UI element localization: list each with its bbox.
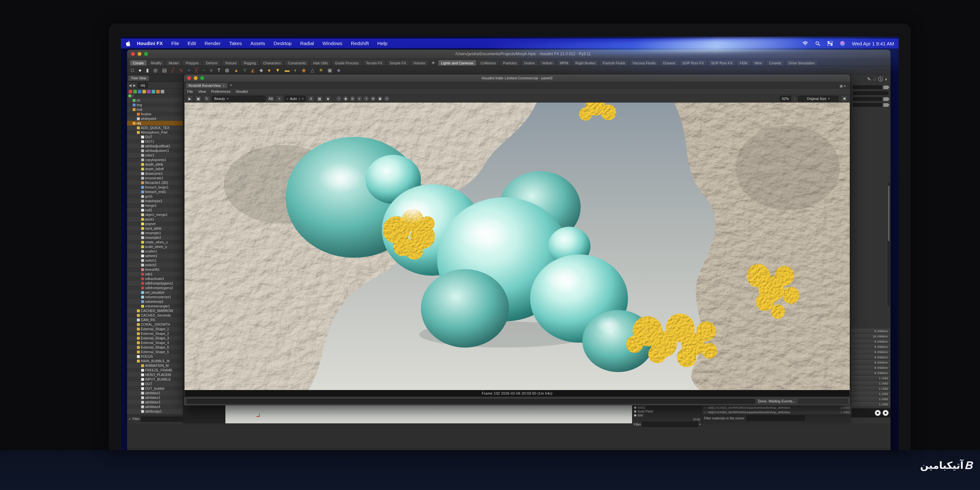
- tree-item[interactable]: INPUT_BUBBLE: [127, 377, 183, 382]
- tree-item[interactable]: CORAL_GROWTH: [127, 322, 183, 327]
- camera-icon[interactable]: [883, 103, 889, 107]
- children-count-row[interactable]: 1 child: [851, 391, 891, 396]
- shelf-tool-icon[interactable]: ▣: [328, 68, 332, 73]
- children-count-row[interactable]: 8 children: [851, 339, 891, 344]
- tree-item[interactable]: vel_visualize: [127, 290, 183, 295]
- tree-item[interactable]: attribblur3: [127, 400, 183, 404]
- tree-item[interactable]: resample2: [127, 235, 183, 240]
- tree-item[interactable]: merge1: [127, 203, 183, 208]
- shelf-tab[interactable]: Wire: [751, 60, 765, 66]
- shelf-tool-icon[interactable]: ▼: [275, 68, 280, 73]
- tree-item[interactable]: scale_when_u: [127, 244, 183, 249]
- shelf-tool-icon[interactable]: T: [217, 68, 220, 73]
- children-count-row[interactable]: 1 child: [851, 386, 891, 391]
- menu-item[interactable]: File: [187, 89, 193, 94]
- shelf-tool-icon[interactable]: ▲: [234, 68, 239, 73]
- shelf-tool-icon[interactable]: ○: [210, 68, 213, 73]
- material-item[interactable]: Gold Paint: [632, 409, 702, 413]
- shelf-tab[interactable]: Create: [130, 60, 147, 66]
- tree-item[interactable]: External_Shape_4: [127, 340, 183, 345]
- snapshot-icon[interactable]: ▣: [195, 95, 202, 102]
- tree-item[interactable]: attribadjustfloat1: [127, 144, 183, 148]
- shelf-tool-icon[interactable]: △: [311, 68, 315, 73]
- tree-item[interactable]: /: [127, 94, 183, 98]
- tree-item[interactable]: copytopoints1: [127, 158, 183, 162]
- tree-item[interactable]: External_Shape_1: [127, 327, 183, 331]
- tree-item[interactable]: ADD_QUICK_TEX: [127, 126, 183, 130]
- network-path-chip[interactable]: obj: [137, 83, 148, 88]
- shelf-tab[interactable]: Volume: [410, 60, 429, 66]
- refresh-icon[interactable]: ↻: [204, 95, 210, 102]
- region-tool-icon[interactable]: ▣: [377, 96, 383, 102]
- lock-icon[interactable]: A: [308, 95, 314, 102]
- tree-item[interactable]: CACHED_MARROW: [127, 309, 183, 313]
- region-tool-icon[interactable]: ◐: [356, 96, 362, 102]
- menubar-item[interactable]: Desktop: [269, 38, 296, 48]
- children-count-row[interactable]: 8 children: [851, 355, 891, 360]
- shelf-tab[interactable]: Rigging: [240, 60, 259, 66]
- tree-item[interactable]: color1: [127, 153, 183, 158]
- shelf-tool-icon[interactable]: ✳: [319, 68, 323, 73]
- tree-item[interactable]: depth_attrib: [127, 162, 183, 167]
- filter-toggle-icon[interactable]: [138, 90, 142, 94]
- shelf-tool-icon[interactable]: ∿: [179, 68, 183, 73]
- render-viewport-image[interactable]: [185, 103, 850, 390]
- tab-close-icon[interactable]: ×: [223, 84, 224, 88]
- contrast-icon[interactable]: ◐: [885, 76, 888, 82]
- tree-item[interactable]: External_Shape_3: [127, 336, 183, 340]
- tree-item[interactable]: matchsize1: [127, 199, 183, 203]
- tree-item[interactable]: OUT1: [127, 139, 183, 144]
- tree-item[interactable]: volumerasterize1: [127, 295, 183, 299]
- tree-item[interactable]: null1: [127, 208, 183, 212]
- region-tool-icon[interactable]: ◎: [350, 96, 355, 102]
- info-icon[interactable]: ⓘ: [878, 76, 883, 82]
- tree-item[interactable]: FOCUS: [127, 354, 183, 359]
- material-item[interactable]: trim: [632, 413, 702, 417]
- pane-menu-icon[interactable]: ▣ ▾: [840, 84, 848, 88]
- chevron-down-icon[interactable]: ▾: [699, 423, 701, 426]
- tree-item[interactable]: rand_attrib: [127, 226, 183, 231]
- menu-item[interactable]: Preferences: [211, 89, 230, 94]
- tab-tree-view[interactable]: Tree View: [128, 75, 149, 81]
- tree-item[interactable]: fixative: [127, 112, 183, 116]
- ab-compare-icon[interactable]: AB: [267, 95, 274, 102]
- shelf-tab[interactable]: Hair Utils: [310, 60, 331, 66]
- shelf-tab[interactable]: Constraints: [285, 60, 309, 66]
- shelf-tool-icon[interactable]: ▮: [146, 68, 149, 73]
- material-item[interactable]: hold1: [632, 406, 702, 409]
- shelf-tool-icon[interactable]: ●: [268, 68, 271, 73]
- tree-item[interactable]: attribblur1: [127, 391, 183, 395]
- tree-item[interactable]: External_Shape_5: [127, 345, 183, 350]
- shelf-tool-icon[interactable]: ~: [202, 68, 205, 73]
- shelf-tab[interactable]: Characters: [260, 60, 284, 66]
- shelf-tab[interactable]: Guide Process: [332, 60, 362, 66]
- children-count-row[interactable]: 8 children: [851, 371, 891, 375]
- tree-item[interactable]: ch: [127, 98, 183, 103]
- control-center-icon[interactable]: [827, 40, 833, 46]
- shelf-tab[interactable]: Deform: [202, 60, 221, 66]
- zoom-stepper[interactable]: ↕: [794, 97, 795, 100]
- add-tab-button[interactable]: +: [229, 83, 234, 88]
- shelf-tab[interactable]: Model: [165, 60, 181, 66]
- shelf-tab[interactable]: FEM: [736, 60, 750, 66]
- image-size-dropdown[interactable]: Original Size: [798, 96, 838, 102]
- param-field[interactable]: [853, 85, 882, 89]
- tree-item[interactable]: sphere1: [127, 253, 183, 258]
- filter-toggle-icon[interactable]: [142, 90, 146, 94]
- tree-item[interactable]: mat: [127, 107, 183, 112]
- tree-item[interactable]: volumevop1: [127, 299, 183, 304]
- shelf-tab[interactable]: SOP Pyro FX: [708, 60, 736, 66]
- tree-item[interactable]: OUT: [127, 135, 183, 139]
- shelf-tool-icon[interactable]: ╱: [172, 68, 175, 73]
- shelf-tab[interactable]: SOP Pyro FX: [679, 60, 707, 66]
- tree-item[interactable]: foreach_begin1: [127, 185, 183, 189]
- children-count-row[interactable]: 8 children: [851, 360, 891, 365]
- edit-icon[interactable]: ✎: [867, 76, 871, 82]
- tree-item[interactable]: switch1: [127, 258, 183, 262]
- menu-item[interactable]: View: [198, 89, 206, 94]
- gear-icon[interactable]: ✱: [841, 95, 848, 102]
- scene-viewport-strip[interactable]: [225, 406, 632, 423]
- filter-toggle-icon[interactable]: [129, 90, 132, 94]
- scrollbar[interactable]: [888, 182, 890, 306]
- shelf-tab[interactable]: Oceans: [660, 60, 678, 66]
